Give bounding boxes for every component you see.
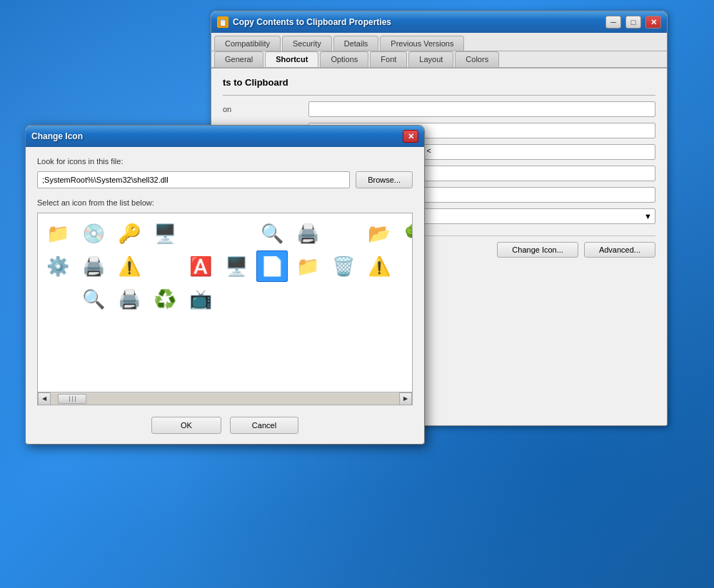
icon-cell-blank3[interactable]: [328, 218, 359, 249]
icon-cell-printer1[interactable]: 🖨️: [292, 218, 323, 249]
tab-options[interactable]: Options: [320, 51, 368, 67]
icon-cell-blank8[interactable]: [221, 283, 252, 315]
icon-cell-recycle2[interactable]: ♻️: [149, 283, 181, 315]
grip3: [75, 396, 76, 402]
icon-cell-openfolder[interactable]: 📂: [363, 218, 395, 249]
icon-cell-search1[interactable]: 🔍: [256, 218, 288, 249]
icon-cell-tv[interactable]: 📺: [185, 283, 216, 315]
icon-cell-scanner[interactable]: 🖨️: [114, 283, 145, 315]
icon-cell-key[interactable]: 🔑: [114, 218, 145, 249]
icon-cell-computer[interactable]: 🖥️: [221, 250, 252, 282]
shortcut-name: ts to Clipboard: [223, 77, 655, 88]
icon-grid: 📁 💿 🔑 🖥️ 🔍 🖨️ 📂 🌳 📁 ❓ ⚙️ 🖨️ ⚠️: [38, 213, 412, 319]
grip2: [72, 396, 73, 402]
props-tabs-row1: Compatibility Security Details Previous …: [211, 33, 667, 51]
icon-cell-settings[interactable]: ⚙️: [42, 250, 74, 282]
tab-font[interactable]: Font: [370, 51, 407, 67]
file-path-input[interactable]: [37, 171, 350, 188]
scrollbar-thumb[interactable]: [58, 394, 86, 404]
look-for-label: Look for icons in this file:: [37, 157, 413, 166]
tab-compatibility[interactable]: Compatibility: [214, 36, 281, 51]
grip1: [69, 396, 70, 402]
scroll-left-button[interactable]: ◀: [38, 392, 51, 405]
icon-cell-fontA[interactable]: 🅰️: [185, 250, 216, 282]
divider1: [223, 95, 655, 96]
scrollbar-track[interactable]: [51, 393, 399, 405]
tab-shortcut[interactable]: Shortcut: [265, 51, 318, 67]
icon-cell-blank7[interactable]: [42, 283, 74, 315]
props-title-icon: 📋: [217, 16, 228, 28]
target-type-value: [308, 101, 655, 117]
props-titlebar: 📋 Copy Contents to Clipboard Properties …: [211, 11, 667, 33]
advanced-button[interactable]: Advanced...: [584, 242, 655, 258]
props-title: Copy Contents to Clipboard Properties: [233, 17, 601, 27]
dialog-ok-button[interactable]: OK: [151, 417, 221, 434]
browse-button[interactable]: Browse...: [356, 171, 413, 188]
tab-colors[interactable]: Colors: [455, 51, 499, 67]
tab-details[interactable]: Details: [333, 36, 379, 51]
dialog-close-button[interactable]: ✕: [403, 130, 418, 143]
icon-cell-printer2[interactable]: 🖨️: [78, 250, 109, 282]
icon-cell-docs[interactable]: 📁: [292, 250, 323, 282]
icon-cell-tree[interactable]: 🌳: [399, 218, 413, 249]
icon-cell-blank2[interactable]: [221, 218, 252, 249]
props-close-btn[interactable]: ✕: [645, 16, 661, 29]
select-icon-label: Select an icon from the list below:: [37, 198, 413, 207]
icon-cell-disc[interactable]: 💿: [78, 218, 109, 249]
tab-general[interactable]: General: [214, 51, 263, 67]
icon-cell-blank1[interactable]: [185, 218, 216, 249]
tab-previous-versions[interactable]: Previous Versions: [380, 36, 464, 51]
icon-cell-blank5[interactable]: [149, 250, 181, 282]
dialog-title: Change Icon: [31, 131, 403, 141]
icon-cell-search2[interactable]: 🔍: [78, 283, 109, 315]
dialog-body: Look for icons in this file: Browse... S…: [26, 147, 424, 444]
file-path-row: Browse...: [37, 171, 413, 188]
icon-cell-globe[interactable]: 📄: [256, 250, 288, 282]
props-maximize-btn[interactable]: □: [625, 16, 641, 29]
props-minimize-btn[interactable]: ─: [605, 16, 621, 29]
icon-cell-blank6[interactable]: [399, 250, 413, 282]
tab-security[interactable]: Security: [282, 36, 332, 51]
props-tabs-row2: General Shortcut Options Font Layout Col…: [211, 51, 667, 69]
dialog-cancel-button[interactable]: Cancel: [230, 417, 298, 434]
icon-cell-monitor[interactable]: 🖥️: [149, 218, 181, 249]
target-type-label: on: [223, 105, 308, 113]
change-icon-dialog: Change Icon ✕ Look for icons in this fil…: [25, 125, 425, 445]
target-type-row: on: [223, 101, 655, 117]
icon-cell-recycle[interactable]: 🗑️: [328, 250, 359, 282]
icon-cell-warning2[interactable]: ⚠️: [363, 250, 395, 282]
tab-layout[interactable]: Layout: [408, 51, 453, 67]
dropdown-arrow: ▼: [644, 212, 652, 220]
icon-grid-container: 📁 💿 🔑 🖥️ 🔍 🖨️ 📂 🌳 📁 ❓ ⚙️ 🖨️ ⚠️: [37, 213, 413, 405]
dialog-titlebar: Change Icon ✕: [26, 126, 424, 147]
dialog-bottom-buttons: OK Cancel: [37, 417, 413, 434]
icon-cell-warning1[interactable]: ⚠️: [114, 250, 145, 282]
icon-cell-folder[interactable]: 📁: [42, 218, 74, 249]
icon-scrollbar: ◀ ▶: [38, 392, 412, 405]
scroll-right-button[interactable]: ▶: [399, 392, 412, 405]
change-icon-button[interactable]: Change Icon...: [497, 242, 578, 258]
